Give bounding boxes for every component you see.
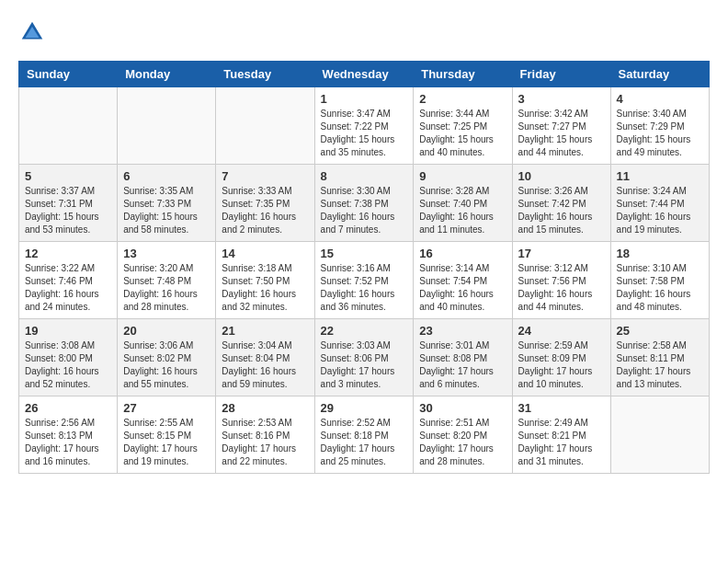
day-info: Sunrise: 2:49 AM Sunset: 8:21 PM Dayligh… — [518, 417, 605, 468]
calendar-day-cell: 20Sunrise: 3:06 AM Sunset: 8:02 PM Dayli… — [118, 319, 216, 396]
day-header-saturday: Saturday — [610, 62, 709, 87]
calendar-day-cell: 12Sunrise: 3:22 AM Sunset: 7:46 PM Dayli… — [19, 242, 118, 319]
day-number: 22 — [321, 324, 408, 338]
day-info: Sunrise: 3:03 AM Sunset: 8:06 PM Dayligh… — [321, 339, 408, 391]
calendar-day-cell: 30Sunrise: 2:51 AM Sunset: 8:20 PM Dayli… — [414, 396, 512, 474]
day-number: 27 — [123, 401, 210, 415]
day-info: Sunrise: 3:10 AM Sunset: 7:58 PM Dayligh… — [617, 262, 703, 314]
day-info: Sunrise: 2:53 AM Sunset: 8:16 PM Dayligh… — [222, 417, 308, 468]
day-header-friday: Friday — [512, 62, 610, 87]
day-number: 14 — [222, 247, 308, 260]
day-number: 10 — [518, 169, 605, 183]
day-info: Sunrise: 3:42 AM Sunset: 7:27 PM Dayligh… — [518, 108, 605, 159]
calendar-day-cell: 29Sunrise: 2:52 AM Sunset: 8:18 PM Dayli… — [314, 396, 414, 474]
day-number: 4 — [617, 92, 703, 106]
day-info: Sunrise: 3:18 AM Sunset: 7:50 PM Dayligh… — [222, 262, 308, 314]
day-header-thursday: Thursday — [414, 62, 512, 87]
day-number: 3 — [518, 92, 605, 106]
calendar-day-cell: 24Sunrise: 2:59 AM Sunset: 8:09 PM Dayli… — [512, 319, 610, 396]
day-number: 11 — [617, 169, 703, 183]
day-info: Sunrise: 2:56 AM Sunset: 8:13 PM Dayligh… — [25, 417, 111, 468]
day-number: 5 — [25, 169, 111, 183]
day-info: Sunrise: 3:26 AM Sunset: 7:42 PM Dayligh… — [518, 185, 605, 236]
day-info: Sunrise: 3:40 AM Sunset: 7:29 PM Dayligh… — [617, 108, 703, 159]
calendar-day-cell: 18Sunrise: 3:10 AM Sunset: 7:58 PM Dayli… — [610, 242, 709, 319]
day-info: Sunrise: 2:55 AM Sunset: 8:15 PM Dayligh… — [123, 417, 210, 468]
logo-icon — [18, 18, 46, 46]
day-number: 26 — [25, 401, 111, 415]
logo — [18, 18, 50, 46]
calendar-day-cell: 31Sunrise: 2:49 AM Sunset: 8:21 PM Dayli… — [512, 396, 610, 474]
day-info: Sunrise: 3:20 AM Sunset: 7:48 PM Dayligh… — [123, 262, 210, 314]
calendar-week-row: 19Sunrise: 3:08 AM Sunset: 8:00 PM Dayli… — [19, 319, 710, 396]
calendar-day-cell: 21Sunrise: 3:04 AM Sunset: 8:04 PM Dayli… — [216, 319, 314, 396]
calendar-day-cell: 13Sunrise: 3:20 AM Sunset: 7:48 PM Dayli… — [118, 242, 216, 319]
day-info: Sunrise: 3:33 AM Sunset: 7:35 PM Dayligh… — [222, 185, 308, 236]
calendar-day-cell: 15Sunrise: 3:16 AM Sunset: 7:52 PM Dayli… — [314, 242, 414, 319]
day-number: 31 — [518, 401, 605, 415]
calendar-day-cell: 1Sunrise: 3:47 AM Sunset: 7:22 PM Daylig… — [314, 87, 414, 165]
calendar-header-row: SundayMondayTuesdayWednesdayThursdayFrid… — [19, 62, 710, 87]
calendar-day-cell: 2Sunrise: 3:44 AM Sunset: 7:25 PM Daylig… — [414, 87, 512, 165]
day-header-wednesday: Wednesday — [314, 62, 414, 87]
day-number: 13 — [123, 247, 210, 260]
calendar-day-cell: 23Sunrise: 3:01 AM Sunset: 8:08 PM Dayli… — [414, 319, 512, 396]
day-number: 30 — [419, 401, 506, 415]
day-info: Sunrise: 2:51 AM Sunset: 8:20 PM Dayligh… — [419, 417, 506, 468]
calendar-day-cell: 7Sunrise: 3:33 AM Sunset: 7:35 PM Daylig… — [216, 165, 314, 242]
calendar-day-cell: 9Sunrise: 3:28 AM Sunset: 7:40 PM Daylig… — [414, 165, 512, 242]
day-number: 28 — [222, 401, 308, 415]
day-number: 16 — [419, 247, 506, 260]
day-number: 15 — [321, 247, 408, 260]
calendar-week-row: 12Sunrise: 3:22 AM Sunset: 7:46 PM Dayli… — [19, 242, 710, 319]
calendar-day-cell — [19, 87, 118, 165]
day-number: 8 — [321, 169, 408, 183]
calendar-day-cell: 6Sunrise: 3:35 AM Sunset: 7:33 PM Daylig… — [118, 165, 216, 242]
calendar-day-cell: 17Sunrise: 3:12 AM Sunset: 7:56 PM Dayli… — [512, 242, 610, 319]
day-number: 7 — [222, 169, 308, 183]
day-number: 12 — [25, 247, 111, 260]
day-info: Sunrise: 2:58 AM Sunset: 8:11 PM Dayligh… — [617, 339, 703, 391]
day-number: 1 — [321, 92, 408, 106]
calendar-day-cell: 22Sunrise: 3:03 AM Sunset: 8:06 PM Dayli… — [314, 319, 414, 396]
calendar-day-cell: 4Sunrise: 3:40 AM Sunset: 7:29 PM Daylig… — [610, 87, 709, 165]
calendar-day-cell: 10Sunrise: 3:26 AM Sunset: 7:42 PM Dayli… — [512, 165, 610, 242]
calendar-table: SundayMondayTuesdayWednesdayThursdayFrid… — [18, 61, 710, 474]
calendar-day-cell: 26Sunrise: 2:56 AM Sunset: 8:13 PM Dayli… — [19, 396, 118, 474]
calendar-week-row: 5Sunrise: 3:37 AM Sunset: 7:31 PM Daylig… — [19, 165, 710, 242]
day-info: Sunrise: 3:22 AM Sunset: 7:46 PM Dayligh… — [25, 262, 111, 314]
day-number: 20 — [123, 324, 210, 338]
calendar-day-cell: 14Sunrise: 3:18 AM Sunset: 7:50 PM Dayli… — [216, 242, 314, 319]
day-number: 9 — [419, 169, 506, 183]
calendar-day-cell — [216, 87, 314, 165]
day-info: Sunrise: 3:28 AM Sunset: 7:40 PM Dayligh… — [419, 185, 506, 236]
page-header — [18, 18, 710, 46]
day-info: Sunrise: 3:08 AM Sunset: 8:00 PM Dayligh… — [25, 339, 111, 391]
calendar-day-cell — [118, 87, 216, 165]
day-info: Sunrise: 3:04 AM Sunset: 8:04 PM Dayligh… — [222, 339, 308, 391]
day-number: 19 — [25, 324, 111, 338]
day-info: Sunrise: 3:24 AM Sunset: 7:44 PM Dayligh… — [617, 185, 703, 236]
day-info: Sunrise: 3:37 AM Sunset: 7:31 PM Dayligh… — [25, 185, 111, 236]
calendar-day-cell: 27Sunrise: 2:55 AM Sunset: 8:15 PM Dayli… — [118, 396, 216, 474]
day-info: Sunrise: 3:30 AM Sunset: 7:38 PM Dayligh… — [321, 185, 408, 236]
day-number: 2 — [419, 92, 506, 106]
day-info: Sunrise: 3:06 AM Sunset: 8:02 PM Dayligh… — [123, 339, 210, 391]
day-info: Sunrise: 3:47 AM Sunset: 7:22 PM Dayligh… — [321, 108, 408, 159]
day-info: Sunrise: 3:16 AM Sunset: 7:52 PM Dayligh… — [321, 262, 408, 314]
day-header-sunday: Sunday — [19, 62, 118, 87]
calendar-day-cell: 11Sunrise: 3:24 AM Sunset: 7:44 PM Dayli… — [610, 165, 709, 242]
day-number: 17 — [518, 247, 605, 260]
day-number: 21 — [222, 324, 308, 338]
day-number: 29 — [321, 401, 408, 415]
day-number: 24 — [518, 324, 605, 338]
calendar-week-row: 1Sunrise: 3:47 AM Sunset: 7:22 PM Daylig… — [19, 87, 710, 165]
day-header-tuesday: Tuesday — [216, 62, 314, 87]
day-info: Sunrise: 3:44 AM Sunset: 7:25 PM Dayligh… — [419, 108, 506, 159]
calendar-day-cell: 3Sunrise: 3:42 AM Sunset: 7:27 PM Daylig… — [512, 87, 610, 165]
day-number: 6 — [123, 169, 210, 183]
day-info: Sunrise: 3:01 AM Sunset: 8:08 PM Dayligh… — [419, 339, 506, 391]
calendar-day-cell: 5Sunrise: 3:37 AM Sunset: 7:31 PM Daylig… — [19, 165, 118, 242]
day-number: 25 — [617, 324, 703, 338]
day-info: Sunrise: 3:14 AM Sunset: 7:54 PM Dayligh… — [419, 262, 506, 314]
